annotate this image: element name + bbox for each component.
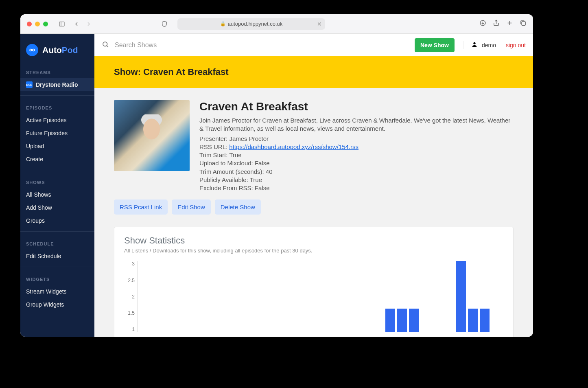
show-upload-mixcloud: Upload to Mixcloud: False — [199, 159, 514, 167]
show-description: Join James Proctor for Craven at Breakfa… — [199, 116, 514, 133]
svg-rect-7 — [522, 22, 525, 25]
sidebar-divider — [20, 231, 94, 232]
sidebar-divider — [20, 95, 94, 96]
sidebar-section-episodes: EPISODES — [20, 100, 94, 114]
chart-ytick: 2 — [132, 294, 135, 300]
search-icon — [102, 41, 109, 50]
chart-y-axis: 32.521.51 — [124, 261, 137, 332]
station-badge-icon: DSR — [26, 81, 33, 88]
svg-point-11 — [103, 42, 107, 46]
chart-ytick: 1 — [132, 327, 135, 332]
share-icon[interactable] — [493, 20, 500, 28]
chart-bar — [456, 261, 466, 332]
delete-show-button[interactable]: Delete Show — [215, 199, 261, 215]
stats-chart: 32.521.51 — [124, 261, 503, 332]
stats-card: Show Statistics All Listens / Downloads … — [114, 227, 514, 337]
sidebar-item-label: Group Widgets — [26, 301, 64, 308]
maximize-window-button[interactable] — [43, 22, 48, 26]
logo-icon — [26, 44, 38, 56]
chart-bar — [468, 309, 478, 332]
chart-bar — [409, 309, 419, 332]
app-sidebar: AutoPod STREAMS DSR Drystone Radio EPISO… — [20, 34, 94, 337]
sidebar-item-upload[interactable]: Upload — [20, 140, 94, 153]
chart-bar — [397, 309, 407, 332]
sidebar-item-group-widgets[interactable]: Group Widgets — [20, 298, 94, 311]
sidebar-item-edit-schedule[interactable]: Edit Schedule — [20, 250, 94, 263]
sidebar-item-label: Add Show — [26, 204, 52, 211]
privacy-shield-icon[interactable] — [159, 19, 170, 29]
sidebar-section-streams: STREAMS — [20, 64, 94, 78]
show-image — [114, 100, 190, 171]
chart-ytick: 2.5 — [128, 278, 135, 283]
sidebar-item-label: Stream Widgets — [26, 288, 67, 295]
show-exclude-rss: Exclude From RSS: False — [199, 184, 514, 192]
new-tab-icon[interactable] — [506, 20, 513, 28]
sidebar-item-active-episodes[interactable]: Active Episodes — [20, 114, 94, 127]
browser-titlebar: 🔒 autopod.hippynet.co.uk ✕ — [20, 14, 533, 34]
chart-bar — [385, 309, 395, 332]
sidebar-item-label: All Shows — [26, 191, 51, 198]
sidebar-toggle-icon[interactable] — [56, 19, 68, 29]
tabs-overview-icon[interactable] — [520, 20, 527, 28]
user-name[interactable]: demo — [482, 42, 496, 48]
downloads-icon[interactable] — [479, 20, 486, 28]
sidebar-item-label: Upload — [26, 143, 44, 149]
sidebar-divider — [20, 170, 94, 170]
rss-url-link[interactable]: https://dashboard.autopod.xyz/rss/show/1… — [229, 143, 358, 150]
signout-link[interactable]: sign out — [506, 42, 526, 48]
svg-point-9 — [33, 49, 35, 51]
sidebar-item-label: Drystone Radio — [36, 81, 78, 88]
sidebar-item-label: Active Episodes — [26, 117, 67, 123]
sidebar-item-stream-widgets[interactable]: Stream Widgets — [20, 285, 94, 298]
page-title: Show: Craven At Breakfast — [94, 56, 533, 88]
sidebar-item-label: Groups — [26, 217, 45, 224]
sidebar-item-create[interactable]: Create — [20, 153, 94, 166]
sidebar-item-add-show[interactable]: Add Show — [20, 201, 94, 214]
topbar: New Show demo sign out — [94, 34, 533, 56]
rss-pcast-link-button[interactable]: RSS Pcast Link — [114, 199, 168, 215]
logo-text: AutoPod — [42, 45, 78, 55]
main-content: New Show demo sign out Show: Craven At B… — [94, 34, 533, 337]
sidebar-item-label: Future Episodes — [26, 130, 68, 136]
svg-point-8 — [30, 49, 32, 51]
new-show-button[interactable]: New Show — [415, 38, 455, 52]
show-rss-url: RSS URL: https://dashboard.autopod.xyz/r… — [199, 143, 514, 151]
sidebar-item-label: Edit Schedule — [26, 253, 61, 259]
app-logo[interactable]: AutoPod — [20, 34, 94, 64]
sidebar-divider — [20, 267, 94, 267]
user-icon — [471, 41, 478, 49]
address-bar[interactable]: 🔒 autopod.hippynet.co.uk ✕ — [177, 18, 325, 30]
search-input[interactable] — [115, 42, 410, 49]
show-public: Publicly Available: True — [199, 176, 514, 184]
sidebar-item-groups[interactable]: Groups — [20, 214, 94, 227]
show-title: Craven At Breakfast — [199, 100, 514, 113]
sidebar-item-future-episodes[interactable]: Future Episodes — [20, 127, 94, 140]
sidebar-section-shows: SHOWS — [20, 174, 94, 188]
sidebar-item-drystone-radio[interactable]: DSR Drystone Radio — [20, 78, 94, 91]
minimize-window-button[interactable] — [35, 22, 40, 26]
chart-bar — [480, 309, 490, 332]
forward-button[interactable] — [83, 19, 94, 29]
chart-ytick: 3 — [132, 261, 135, 267]
edit-show-button[interactable]: Edit Show — [172, 199, 211, 215]
stats-title: Show Statistics — [124, 235, 503, 246]
show-trim-start: Trim Start: True — [199, 151, 514, 159]
url-text: autopod.hippynet.co.uk — [228, 21, 282, 27]
chart-bars — [138, 261, 503, 332]
sidebar-item-all-shows[interactable]: All Shows — [20, 188, 94, 201]
svg-rect-0 — [59, 22, 64, 26]
clear-url-icon[interactable]: ✕ — [317, 21, 322, 27]
show-trim-amount: Trim Amount (seconds): 40 — [199, 168, 514, 176]
window-controls — [27, 22, 48, 26]
browser-window: 🔒 autopod.hippynet.co.uk ✕ — [20, 14, 533, 337]
chart-ytick: 1.5 — [128, 310, 135, 316]
close-window-button[interactable] — [27, 22, 32, 26]
stats-subtitle: All Listens / Downloads for this show, i… — [124, 248, 503, 254]
back-button[interactable] — [71, 19, 82, 29]
sidebar-section-widgets: WIDGETS — [20, 271, 94, 285]
svg-point-13 — [473, 42, 475, 44]
sidebar-section-schedule: SCHEDULE — [20, 236, 94, 250]
svg-line-12 — [107, 46, 108, 47]
sidebar-item-label: Create — [26, 156, 43, 162]
lock-icon: 🔒 — [220, 21, 226, 26]
